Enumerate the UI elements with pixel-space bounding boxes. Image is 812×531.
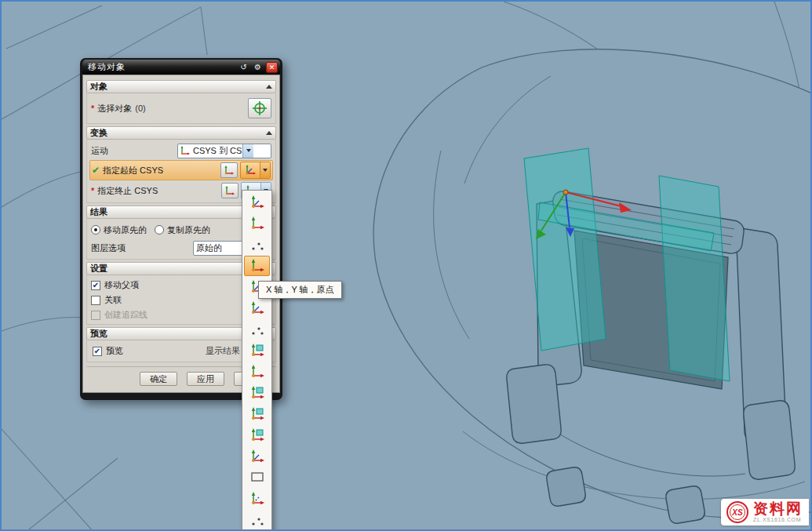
- ok-button[interactable]: 确定: [140, 372, 177, 386]
- csys-icon: [249, 195, 265, 210]
- csys-option[interactable]: [244, 425, 270, 446]
- csys-option[interactable]: [244, 362, 270, 382]
- required-marker: *: [91, 186, 94, 195]
- section-label-transform: 变换: [90, 127, 266, 139]
- csys-icon: [249, 385, 265, 401]
- collapse-chevron-icon[interactable]: [266, 85, 272, 89]
- radio-option[interactable]: 复制原先的: [155, 224, 210, 236]
- motion-row: 运动 CSYS 到 CSYS: [89, 142, 273, 159]
- collapse-chevron-icon[interactable]: [266, 131, 272, 135]
- csys-icon: [249, 322, 265, 337]
- section-header-object[interactable]: 对象: [86, 80, 276, 93]
- checkbox-label: 创建追踪线: [104, 309, 147, 321]
- checkbox-icon: [93, 347, 102, 356]
- csys-icon: [224, 165, 235, 176]
- start-csys-type-split-button[interactable]: [240, 162, 271, 179]
- select-object-row: * 选择对象 (0): [89, 96, 273, 121]
- csys-option[interactable]: [244, 446, 270, 467]
- radio-option[interactable]: 移动原先的: [91, 224, 147, 236]
- motion-dropdown[interactable]: CSYS 到 CSYS: [177, 144, 271, 158]
- check-icon: ✔: [92, 165, 100, 176]
- specify-start-csys-label: 指定起始 CSYS: [103, 165, 163, 176]
- csys-icon: [249, 512, 265, 528]
- svg-text:XS: XS: [731, 508, 743, 517]
- section-label-preview: 预览: [90, 328, 266, 340]
- close-button[interactable]: ✕: [266, 62, 278, 73]
- csys-option[interactable]: [244, 467, 270, 488]
- csys-icon: [249, 237, 265, 253]
- csys-icon: [249, 470, 265, 486]
- chevron-down-icon[interactable]: [242, 144, 253, 158]
- dialog-title: 移动对象: [88, 61, 235, 73]
- csys-option[interactable]: [244, 192, 270, 213]
- csys-icon: [249, 364, 265, 380]
- csys-option[interactable]: [244, 383, 270, 403]
- checkbox-icon: [91, 296, 100, 305]
- required-marker: *: [91, 104, 94, 113]
- csys-icon: [249, 406, 265, 422]
- end-csys-dialog-button[interactable]: [221, 183, 239, 198]
- selection-count: (0): [135, 104, 145, 113]
- start-csys-dialog-button[interactable]: [220, 162, 238, 178]
- dialog-titlebar[interactable]: 移动对象 ↺ ⚙ ✕: [82, 60, 280, 75]
- motion-value: CSYS 到 CSYS: [191, 145, 242, 157]
- specify-end-csys-label: 指定终止 CSYS: [97, 185, 158, 197]
- csys-option[interactable]: [244, 235, 270, 255]
- motion-label: 运动: [91, 145, 108, 157]
- csys-option[interactable]: [244, 510, 270, 530]
- section-label-object: 对象: [90, 81, 266, 93]
- watermark-brand: 资料网: [753, 501, 803, 517]
- radio-label: 复制原先的: [167, 224, 210, 236]
- show-result-button[interactable]: 显示结果: [206, 345, 240, 357]
- section-label-result: 结果: [90, 206, 266, 218]
- watermark: XS 资料网 ZL.XS1616.COM: [721, 499, 809, 526]
- csys-option[interactable]: [244, 340, 270, 361]
- tooltip: X 轴，Y 轴，原点: [258, 281, 342, 299]
- csys-type-flyout: [242, 190, 272, 531]
- apply-button[interactable]: 应用: [187, 372, 224, 386]
- layer-option-label: 图层选项: [91, 242, 126, 254]
- checkbox-option[interactable]: 预览: [91, 344, 125, 358]
- checkbox-label: 移动父项: [104, 279, 139, 291]
- nx-application-window: 移动对象 ↺ ⚙ ✕ 对象 * 选择对象 (0): [0, 0, 812, 531]
- radio-label: 移动原先的: [104, 224, 147, 236]
- reset-icon[interactable]: ↺: [238, 62, 249, 73]
- radio-icon: [91, 225, 100, 235]
- specify-start-csys-row[interactable]: ✔ 指定起始 CSYS: [89, 160, 273, 180]
- radio-icon: [155, 225, 164, 235]
- csys-option[interactable]: [244, 298, 270, 318]
- csys-icon: [249, 258, 265, 274]
- csys-option[interactable]: [244, 213, 270, 234]
- csys-option[interactable]: [244, 319, 270, 340]
- csys-to-csys-icon: [178, 145, 191, 156]
- chevron-down-icon[interactable]: [260, 162, 270, 178]
- gear-icon[interactable]: ⚙: [252, 62, 264, 73]
- select-object-button[interactable]: [248, 98, 271, 118]
- checkbox-label: 预览: [106, 345, 123, 357]
- csys-icon: [249, 449, 265, 464]
- checkbox-label: 关联: [104, 294, 122, 306]
- crosshair-target-icon: [252, 100, 268, 116]
- csys-icon: [249, 300, 265, 316]
- csys-constructor-icon: [241, 162, 260, 178]
- csys-option[interactable]: [244, 256, 270, 276]
- csys-icon: [249, 343, 265, 358]
- section-label-settings: 设置: [90, 263, 266, 275]
- csys-option[interactable]: [244, 404, 270, 424]
- checkbox-icon: [91, 281, 100, 290]
- section-header-transform[interactable]: 变换: [86, 126, 276, 140]
- csys-icon: [249, 427, 265, 443]
- select-object-label: 选择对象: [97, 103, 132, 115]
- checkbox-icon: [91, 311, 100, 320]
- object-panel: * 选择对象 (0): [86, 93, 276, 124]
- csys-option[interactable]: [244, 489, 270, 509]
- watermark-url: ZL.XS1616.COM: [753, 517, 803, 522]
- csys-icon: [249, 216, 265, 231]
- watermark-logo-icon: XS: [726, 500, 749, 524]
- csys-icon: [224, 185, 235, 196]
- csys-icon: [249, 491, 265, 507]
